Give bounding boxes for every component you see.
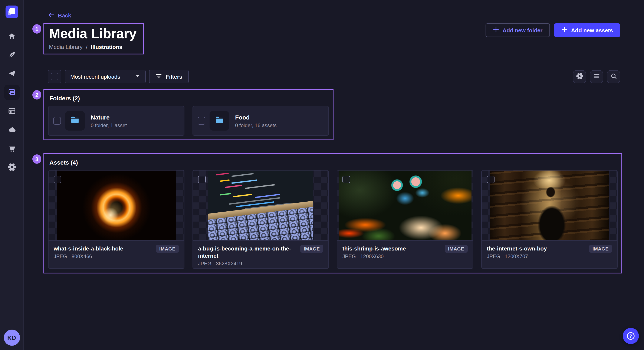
add-new-folder-label: Add new folder (502, 27, 543, 33)
list-view-button[interactable] (590, 70, 603, 83)
folder-thumb (65, 111, 85, 131)
header-row: 1 Media Library Media Library / Illustra… (48, 20, 620, 54)
asset-preview (337, 171, 473, 240)
folder-name: Food (235, 113, 277, 121)
folder-card-food[interactable]: Food 0 folder, 16 assets (192, 106, 329, 136)
asset-type-badge: IMAGE (300, 245, 323, 253)
annotation-badge-1: 1 (32, 24, 41, 34)
plus-icon (561, 26, 568, 34)
asset-meta: JPEG - 1200X707 (487, 253, 612, 259)
asset-grid: what-s-inside-a-black-hole JPEG - 800X46… (48, 170, 618, 269)
sidebar: KD (0, 0, 24, 350)
sidebar-item-media-library[interactable] (4, 85, 20, 100)
breadcrumb: Media Library / Illustrations (49, 44, 136, 50)
filter-icon (156, 72, 162, 81)
paper-plane-icon (8, 69, 16, 78)
asset-card-body: this-shrimp-is-awesome JPEG - 1200X630 I… (337, 240, 473, 269)
sidebar-logo-wrap (0, 0, 24, 24)
breadcrumb-root[interactable]: Media Library (49, 44, 83, 50)
svg-text:?: ? (629, 334, 632, 339)
add-new-folder-button[interactable]: Add new folder (486, 23, 550, 37)
assets-heading: Assets (4) (50, 159, 618, 166)
list-icon (593, 72, 600, 81)
settings-button[interactable] (573, 70, 586, 83)
asset-card-body: the-internet-s-own-boy JPEG - 1200X707 I… (482, 240, 617, 269)
asset-card-body: what-s-inside-a-black-hole JPEG - 800X46… (48, 240, 184, 269)
gear-icon (8, 163, 16, 172)
sort-select-value: Most recent uploads (70, 73, 120, 80)
sidebar-item-content[interactable] (4, 47, 20, 62)
annotation-box-3: 3 Assets (4) what-s-inside-a-black-hole … (44, 153, 622, 273)
page-title: Media Library (49, 25, 136, 42)
folder-thumb (210, 111, 229, 131)
sidebar-item-deploy[interactable] (4, 122, 20, 137)
cart-icon (8, 144, 16, 153)
folder-card-nature[interactable]: Nature 0 folder, 1 asset (48, 106, 184, 136)
breadcrumb-current: Illustrations (91, 44, 122, 50)
asset-checkbox[interactable] (342, 176, 350, 183)
layout-icon (8, 107, 16, 115)
arrow-left-icon (48, 11, 54, 19)
asset-card-internets-own-boy[interactable]: the-internet-s-own-boy JPEG - 1200X707 I… (481, 170, 618, 269)
asset-type-badge: IMAGE (156, 245, 179, 253)
folder-info: Food 0 folder, 16 assets (235, 113, 277, 128)
select-all-checkbox-container[interactable] (48, 70, 61, 83)
toolbar-left: Most recent uploads Filters (48, 70, 189, 83)
sidebar-footer: KD (0, 325, 24, 350)
header-actions: Add new folder Add new assets (486, 23, 620, 37)
toolbar-right (573, 70, 620, 83)
back-link[interactable]: Back (48, 11, 71, 19)
strapi-logo-icon[interactable] (5, 5, 18, 18)
asset-image-mantis-shrimp (338, 171, 472, 240)
folder-meta: 0 folder, 1 asset (91, 122, 127, 128)
asset-checkbox[interactable] (198, 176, 206, 183)
back-label: Back (58, 12, 71, 19)
media-library-icon (8, 88, 16, 97)
asset-meta: JPEG - 1200X630 (342, 253, 468, 259)
main-content: Back 1 Media Library Media Library / Ill… (24, 0, 644, 350)
search-icon (610, 72, 617, 81)
asset-card-shrimp[interactable]: this-shrimp-is-awesome JPEG - 1200X630 I… (337, 170, 473, 269)
help-button[interactable]: ? (623, 328, 639, 344)
sidebar-item-content-type-builder[interactable] (4, 103, 20, 119)
annotation-box-2: 2 Folders (2) Nature 0 folder, 1 asset (44, 89, 334, 140)
asset-checkbox[interactable] (54, 176, 61, 183)
annotation-badge-3: 3 (32, 154, 41, 164)
asset-type-badge: IMAGE (589, 245, 612, 253)
user-avatar[interactable]: KD (4, 330, 20, 346)
folder-info: Nature 0 folder, 1 asset (91, 113, 127, 128)
folder-meta: 0 folder, 16 assets (235, 122, 277, 128)
asset-image-library (490, 171, 609, 240)
sidebar-item-marketplace[interactable] (4, 141, 20, 156)
folder-icon (70, 115, 80, 127)
asset-card-body: a-bug-is-becoming-a-meme-on-the-internet… (193, 240, 328, 269)
media-library-page: KD Back 1 Media Library Media Library / … (0, 0, 644, 350)
add-new-assets-button[interactable]: Add new assets (554, 23, 620, 37)
breadcrumb-separator: / (86, 44, 88, 50)
asset-meta: JPEG - 3628X2419 (198, 261, 323, 267)
cloud-icon (8, 126, 16, 134)
asset-card-bug-meme[interactable]: a-bug-is-becoming-a-meme-on-the-internet… (192, 170, 329, 269)
filters-button[interactable]: Filters (149, 70, 189, 83)
help-icon: ? (626, 331, 636, 341)
asset-checkbox[interactable] (487, 176, 494, 183)
sort-select[interactable]: Most recent uploads (65, 70, 146, 83)
feather-icon (8, 51, 16, 59)
folder-icon (214, 115, 224, 127)
gear-icon (576, 72, 583, 81)
asset-meta: JPEG - 800X466 (54, 253, 179, 259)
sidebar-item-home[interactable] (4, 28, 20, 44)
sidebar-item-releases[interactable] (4, 66, 20, 81)
asset-image-laptop-code (208, 171, 313, 240)
asset-type-badge: IMAGE (445, 245, 468, 253)
folder-checkbox[interactable] (53, 117, 61, 125)
section-divider (48, 147, 620, 147)
asset-image-black-hole (56, 171, 176, 240)
search-button[interactable] (607, 70, 620, 83)
asset-card-black-hole[interactable]: what-s-inside-a-black-hole JPEG - 800X46… (48, 170, 184, 269)
folder-checkbox[interactable] (198, 117, 205, 125)
add-new-assets-label: Add new assets (571, 27, 613, 33)
sidebar-item-settings[interactable] (4, 160, 20, 175)
toolbar: Most recent uploads Filters (48, 70, 620, 83)
select-all-checkbox[interactable] (51, 73, 58, 80)
